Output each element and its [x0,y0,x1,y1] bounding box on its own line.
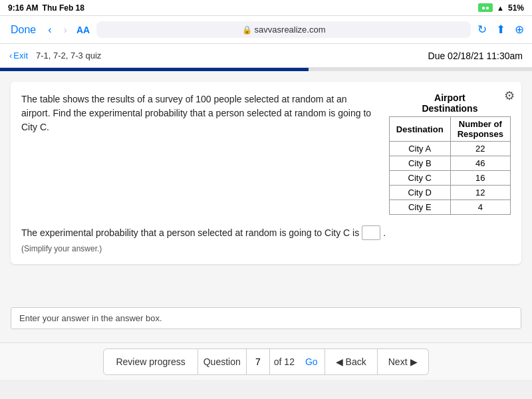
airport-table: Destination Number ofResponses City A 22… [389,116,511,215]
destination-cell: City C [389,171,450,186]
question-navigator: Question of 12 Go [198,348,325,375]
status-day: Thu Feb 18 [43,3,84,13]
url-text: savvasrealize.com [255,25,326,35]
browser-nav-bar: Done ‹ › AA 🔒 savvasrealize.com ↻ ⬆ ⊕ [0,16,532,44]
answer-line: The experimental probability that a pers… [21,225,511,240]
bottom-nav: Review progress Question of 12 Go ◀ Back… [0,342,532,380]
done-button[interactable]: Done [8,23,39,37]
wifi-icon: ▲ [497,4,504,12]
exit-chevron: ‹ [9,51,12,61]
destination-cell: City B [389,156,450,171]
responses-cell: 16 [450,171,510,186]
content-area: ⚙ The table shows the results of a surve… [0,71,532,297]
back-button[interactable]: ◀ Back [325,348,378,375]
lock-icon: 🔒 [242,25,252,35]
review-progress-button[interactable]: Review progress [103,348,198,375]
table-row: City D 12 [389,186,510,200]
destination-cell: City D [389,186,450,200]
reload-button[interactable]: ↻ [477,23,487,37]
answer-input-area: Enter your answer in the answer box. [0,297,532,342]
answer-input-label: Enter your answer in the answer box. [11,307,521,329]
question-card: ⚙ The table shows the results of a surve… [11,82,521,264]
gear-button[interactable]: ⚙ [504,88,515,103]
answer-suffix: . [383,227,386,238]
next-arrow-icon: ▶ [410,356,418,367]
forward-browser-button[interactable]: › [61,23,70,37]
go-button[interactable]: Go [299,349,325,374]
bookmarks-button[interactable]: ⊕ [515,23,524,37]
table-row: City C 16 [389,171,510,186]
browser-action-buttons: ↻ ⬆ ⊕ [477,23,524,37]
responses-cell: 12 [450,186,510,200]
exit-button[interactable]: ‹ Exit [9,51,28,61]
question-label: Question [198,356,246,367]
destination-cell: City A [389,142,450,156]
question-text: The table shows the results of a survey … [21,92,378,134]
aa-button[interactable]: AA [76,25,90,35]
status-bar: 9:16 AM Thu Feb 18 ●● ▲ 51% [0,0,532,16]
back-label: Back [346,356,366,367]
simplify-hint: (Simplify your answer.) [21,244,511,253]
table-row: City E 4 [389,200,510,215]
back-browser-button[interactable]: ‹ [45,23,54,37]
table-row: City A 22 [389,142,510,156]
answer-input-box[interactable] [362,225,380,240]
responses-cell: 4 [450,200,510,215]
question-of: of 12 [270,356,299,367]
exit-area: ‹ Exit 7-1, 7-2, 7-3 quiz [9,51,101,61]
status-left: 9:16 AM Thu Feb 18 [8,3,84,13]
url-bar[interactable]: 🔒 savvasrealize.com [96,21,471,38]
signal-icon: ●● [478,3,493,12]
next-button[interactable]: Next ▶ [378,348,429,375]
responses-cell: 22 [450,142,510,156]
question-text-col: The table shows the results of a survey … [21,92,378,134]
next-label: Next [388,356,408,367]
status-right: ●● ▲ 51% [478,3,524,13]
table-row: City B 46 [389,156,510,171]
answer-prefix: The experimental probability that a pers… [21,227,359,238]
quiz-topbar: ‹ Exit 7-1, 7-2, 7-3 quiz Due 02/18/21 1… [0,44,532,68]
table-col: Airport Destinations Destination Number … [389,92,511,215]
share-button[interactable]: ⬆ [496,23,505,37]
back-arrow-icon: ◀ [336,356,343,367]
battery-level: 51% [508,3,524,13]
question-number-input[interactable] [246,349,270,374]
table-title: Airport Destinations [389,92,511,114]
status-time: 9:16 AM [8,3,39,13]
destination-cell: City E [389,200,450,215]
due-date: Due 02/18/21 11:30am [428,51,523,61]
exit-label: Exit [13,51,28,61]
quiz-title: 7-1, 7-2, 7-3 quiz [36,51,101,61]
question-layout: The table shows the results of a survey … [21,92,511,215]
col-header-destination: Destination [389,117,450,142]
responses-cell: 46 [450,156,510,171]
col-header-responses: Number ofResponses [450,117,510,142]
